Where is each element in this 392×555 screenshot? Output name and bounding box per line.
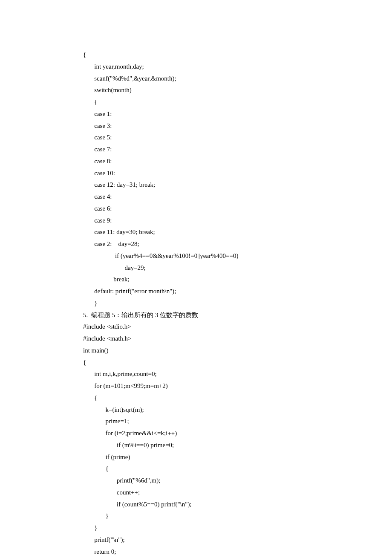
code-line: case 1: — [83, 108, 392, 120]
problem-heading: 5. 编程题 5：输出所有的 3 位数字的质数 — [83, 309, 392, 321]
code-line: case 5: — [83, 132, 392, 144]
code-line: { — [83, 392, 392, 404]
code-line: } — [83, 298, 392, 309]
code-line: case 9: — [83, 215, 392, 227]
code-line: case 7: — [83, 144, 392, 156]
code-line: day=29; — [83, 262, 392, 274]
code-line: printf("%6d",m); — [83, 475, 392, 487]
code-line: case 4: — [83, 191, 392, 203]
code-line: case 6: — [83, 203, 392, 215]
code-line: { — [83, 49, 392, 61]
code-line: if (prime) — [83, 451, 392, 463]
code-line: } — [83, 522, 392, 534]
code-line: count++; — [83, 487, 392, 499]
code-line: case 10: — [83, 168, 392, 179]
code-line: for (m=101;m<999;m=m+2) — [83, 380, 392, 392]
code-line: #include <stdio.h> — [83, 321, 392, 333]
code-line: printf("\n"); — [83, 534, 392, 546]
code-line: #include <math.h> — [83, 333, 392, 345]
code-line: case 3: — [83, 120, 392, 132]
code-line: int main() — [83, 345, 392, 357]
code-line: if (count%5==0) printf("\n"); — [83, 499, 392, 511]
code-line: } — [83, 510, 392, 522]
code-line: int m,i,k,prime,count=0; — [83, 368, 392, 380]
code-line: if (m%i==0) prime=0; — [83, 439, 392, 451]
code-line: if (year%4==0&&year%100!=0||year%400==0) — [83, 250, 392, 262]
code-line: switch(month) — [83, 84, 392, 96]
code-line: return 0; — [83, 546, 392, 555]
code-line: { — [83, 463, 392, 475]
code-line: case 12: day=31; break; — [83, 179, 392, 191]
code-line: break; — [83, 274, 392, 286]
code-line: default: printf("error month\n"); — [83, 286, 392, 298]
code-line: prime=1; — [83, 416, 392, 428]
code-line: case 2: day=28; — [83, 238, 392, 250]
code-line: scanf("%d%d",&year,&month); — [83, 73, 392, 85]
code-line: { — [83, 357, 392, 369]
code-line: { — [83, 96, 392, 108]
code-line: case 8: — [83, 156, 392, 168]
code-line: int year,month,day; — [83, 61, 392, 73]
document-page: { int year,month,day; scanf("%d%d",&year… — [0, 0, 392, 555]
code-line: case 11: day=30; break; — [83, 226, 392, 238]
code-line: for (i=2;prime&&i<=k;i++) — [83, 428, 392, 439]
code-line: k=(int)sqrt(m); — [83, 404, 392, 416]
